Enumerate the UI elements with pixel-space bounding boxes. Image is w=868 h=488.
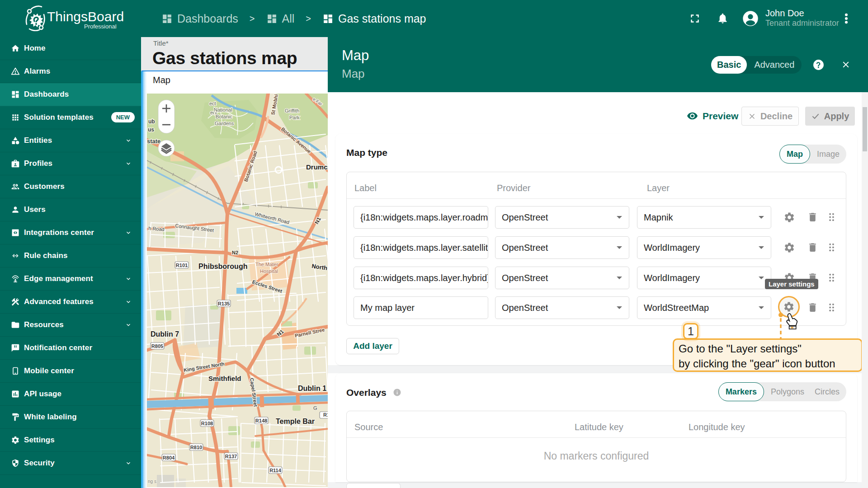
svg-text:R108: R108 [201,421,213,426]
svg-text:Drumc: Drumc [306,163,328,171]
svg-text:Smithfield: Smithfield [208,375,241,382]
svg-text:Hospital: Hospital [260,268,278,274]
svg-text:ub: ub [148,118,155,125]
svg-text:Dublin 1: Dublin 1 [298,385,326,392]
svg-text:Griffith: Griffith [285,108,299,113]
svg-text:R810: R810 [190,445,202,450]
svg-text:N2: N2 [232,250,238,255]
svg-text:h Road: h Road [148,225,165,232]
svg-text:Dublin 7: Dublin 7 [151,330,179,338]
svg-text:Botanic: Botanic [216,114,232,119]
svg-text:G: G [313,405,317,411]
svg-text:ng s: ng s [148,479,156,484]
svg-text:R135: R135 [218,301,230,306]
svg-text:R804: R804 [163,455,175,460]
svg-text:R101: R101 [176,263,188,268]
svg-text:The Mater: The Mater [255,262,278,267]
svg-text:R1: R1 [323,412,328,418]
svg-text:National: National [214,107,232,113]
svg-text:Temple Bar: Temple Bar [276,418,315,425]
svg-text:Phibsborough: Phibsborough [198,263,247,270]
svg-text:R137: R137 [225,454,237,459]
svg-text:R805: R805 [151,343,163,349]
svg-text:R114: R114 [269,468,282,473]
svg-text:R148: R148 [255,418,267,423]
svg-text:Park: Park [289,115,300,120]
svg-text:ect: ect [209,101,216,106]
svg-text:state: state [147,138,160,145]
svg-text:Gardens: Gardens [215,121,234,126]
svg-text:us: us [148,127,154,133]
